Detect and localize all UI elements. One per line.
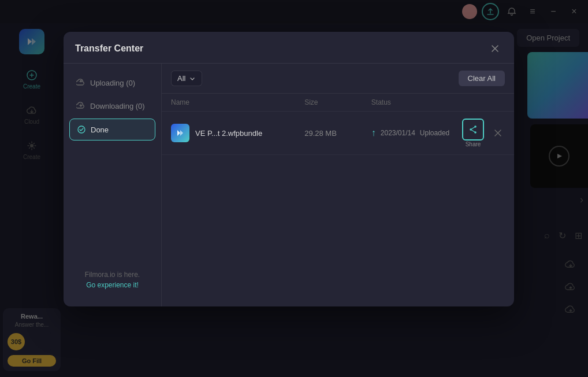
downloading-label: Downloading (0)	[90, 102, 145, 110]
nav-done[interactable]: Done	[69, 119, 155, 141]
modal-header: Transfer Center	[64, 32, 514, 64]
modal-nav: Uploading (0) Downloading (0) Done Filmo…	[64, 64, 162, 306]
table-header: Name Size Status	[162, 94, 514, 112]
modal-footer: Filmora.io is here. Go experience it!	[69, 262, 155, 298]
svg-line-6	[471, 127, 475, 130]
done-label: Done	[91, 125, 109, 134]
clear-all-button[interactable]: Clear All	[459, 71, 505, 86]
delete-row-button[interactable]	[491, 126, 505, 140]
file-actions-cell: Share	[460, 119, 505, 147]
col-status-header: Status	[371, 98, 460, 106]
file-name: VE P...t 2.wfpbundle	[195, 129, 262, 138]
modal-title: Transfer Center	[75, 43, 143, 54]
modal-close-button[interactable]	[487, 41, 503, 56]
file-name-cell: VE P...t 2.wfpbundle	[171, 124, 304, 142]
app-background: ≡ − × Create Cloud	[0, 0, 588, 377]
file-date: 2023/01/14	[381, 129, 415, 137]
modal-right-content: All Clear All Name Size Status	[162, 64, 514, 306]
file-size-cell: 29.28 MB	[304, 128, 371, 138]
nav-uploading[interactable]: Uploading (0)	[69, 72, 155, 93]
file-icon	[171, 124, 189, 142]
file-status-text: Uploaded	[420, 129, 449, 137]
upload-arrow-icon: ↑	[371, 128, 376, 138]
share-label: Share	[466, 141, 481, 147]
nav-downloading[interactable]: Downloading (0)	[69, 95, 155, 116]
col-size-header: Size	[304, 98, 371, 106]
uploading-label: Uploading (0)	[90, 79, 135, 87]
table-row: VE P...t 2.wfpbundle 29.28 MB ↑ 2023/01/…	[162, 112, 514, 155]
footer-link[interactable]: Go experience it!	[86, 281, 139, 289]
filter-select[interactable]: All	[171, 71, 202, 86]
svg-line-7	[471, 130, 475, 132]
filter-bar: All Clear All	[162, 64, 514, 94]
share-button[interactable]	[462, 119, 484, 141]
transfer-center-modal: Transfer Center Uploading (0) Downloadin…	[64, 32, 514, 306]
footer-text: Filmora.io is here.	[75, 271, 150, 279]
col-name-header: Name	[171, 98, 304, 106]
col-actions-header	[460, 98, 505, 106]
share-button-group: Share	[462, 119, 484, 147]
file-status: ↑ 2023/01/14 Uploaded	[371, 128, 460, 138]
file-status-cell: ↑ 2023/01/14 Uploaded	[371, 128, 460, 138]
modal-body: Uploading (0) Downloading (0) Done Filmo…	[64, 64, 514, 306]
svg-point-2	[78, 126, 85, 133]
file-size: 29.28 MB	[304, 129, 337, 138]
filter-all-label: All	[177, 74, 185, 83]
